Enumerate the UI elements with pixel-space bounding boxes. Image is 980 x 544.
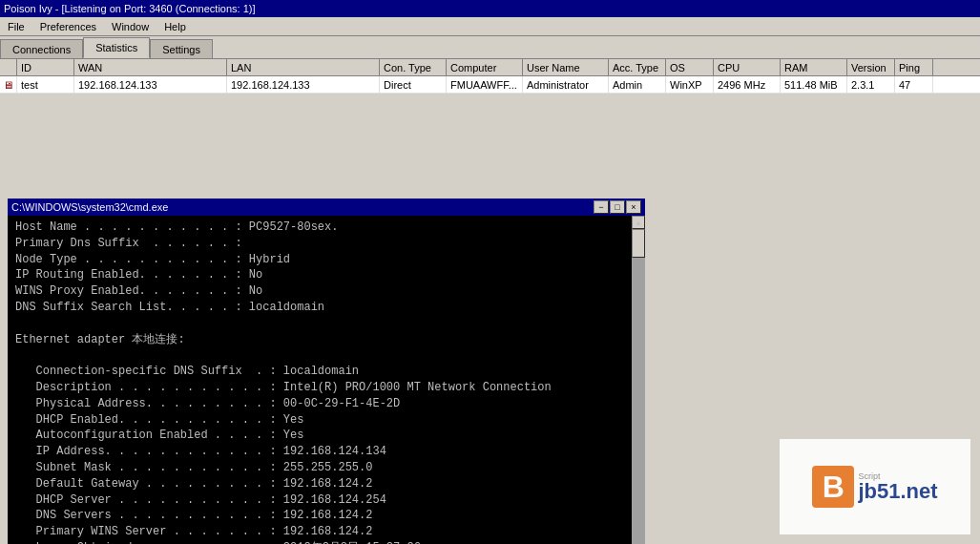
col-header-lan: LAN — [227, 59, 380, 75]
row-id: test — [17, 76, 74, 93]
tab-connections[interactable]: Connections — [0, 39, 83, 58]
col-header-cpu: CPU — [714, 59, 781, 75]
watermark-logo-icon: B — [812, 466, 854, 508]
scrollbar-up-arrow[interactable]: ▲ — [632, 216, 645, 229]
col-header-id: ID — [17, 59, 74, 75]
title-bar-text: Poison Ivy - [Listening on Port: 3460 (C… — [4, 3, 976, 14]
main-content: C:\WINDOWS\system32\cmd.exe − □ × Host N… — [0, 94, 980, 544]
row-wan: 192.168.124.133 — [74, 76, 227, 93]
scrollbar-track[interactable] — [632, 229, 645, 544]
watermark-site-text: jb51.net — [858, 481, 937, 502]
cmd-output: Host Name . . . . . . . . . . . : PC9527… — [15, 220, 637, 544]
row-os: WinXP — [666, 76, 714, 93]
menu-help[interactable]: Help — [156, 19, 194, 34]
menu-window[interactable]: Window — [104, 19, 156, 34]
col-header-acctype: Acc. Type — [609, 59, 666, 75]
title-bar: Poison Ivy - [Listening on Port: 3460 (C… — [0, 0, 980, 17]
table-row[interactable]: 🖥 test 192.168.124.133 192.168.124.133 D… — [0, 76, 980, 94]
tab-bar: Connections Statistics Settings — [0, 36, 980, 59]
watermark: B Script jb51.net — [780, 439, 970, 534]
tab-statistics[interactable]: Statistics — [83, 37, 150, 58]
cmd-controls: − □ × — [594, 200, 641, 214]
row-acctype: Admin — [609, 76, 666, 93]
menu-preferences[interactable]: Preferences — [32, 19, 104, 34]
col-header-computer: Computer — [447, 59, 523, 75]
col-header-os: OS — [666, 59, 714, 75]
cmd-maximize-button[interactable]: □ — [610, 200, 625, 214]
row-cpu: 2496 MHz — [714, 76, 781, 93]
menu-bar: File Preferences Window Help — [0, 17, 980, 36]
cmd-title-bar: C:\WINDOWS\system32\cmd.exe − □ × — [8, 199, 645, 216]
watermark-logo-letter: B — [823, 470, 844, 505]
cmd-window[interactable]: C:\WINDOWS\system32\cmd.exe − □ × Host N… — [8, 199, 645, 544]
col-header-wan: WAN — [74, 59, 227, 75]
table-header: ID WAN LAN Con. Type Computer User Name … — [0, 59, 980, 76]
col-header-version: Version — [847, 59, 895, 75]
row-contype: Direct — [380, 76, 447, 93]
cmd-body: Host Name . . . . . . . . . . . : PC9527… — [8, 216, 645, 544]
row-lan: 192.168.124.133 — [227, 76, 380, 93]
row-icon: 🖥 — [0, 76, 17, 93]
row-computer: FMUAAWFF... — [447, 76, 523, 93]
cmd-title-text: C:\WINDOWS\system32\cmd.exe — [11, 201, 594, 213]
cmd-close-button[interactable]: × — [626, 200, 641, 214]
row-ping: 47 — [895, 76, 933, 93]
scrollbar-thumb[interactable] — [632, 229, 645, 258]
row-version: 2.3.1 — [847, 76, 895, 93]
cmd-scrollbar[interactable]: ▲ ▼ — [632, 216, 645, 544]
col-header-contype: Con. Type — [380, 59, 447, 75]
row-ram: 511.48 MiB — [781, 76, 847, 93]
col-header-ram: RAM — [781, 59, 847, 75]
cmd-minimize-button[interactable]: − — [594, 200, 609, 214]
menu-file[interactable]: File — [0, 19, 32, 34]
col-header-ping: Ping — [895, 59, 933, 75]
row-username: Administrator — [523, 76, 609, 93]
col-header-username: User Name — [523, 59, 609, 75]
tab-settings[interactable]: Settings — [150, 39, 213, 58]
col-header-icon — [0, 59, 17, 75]
